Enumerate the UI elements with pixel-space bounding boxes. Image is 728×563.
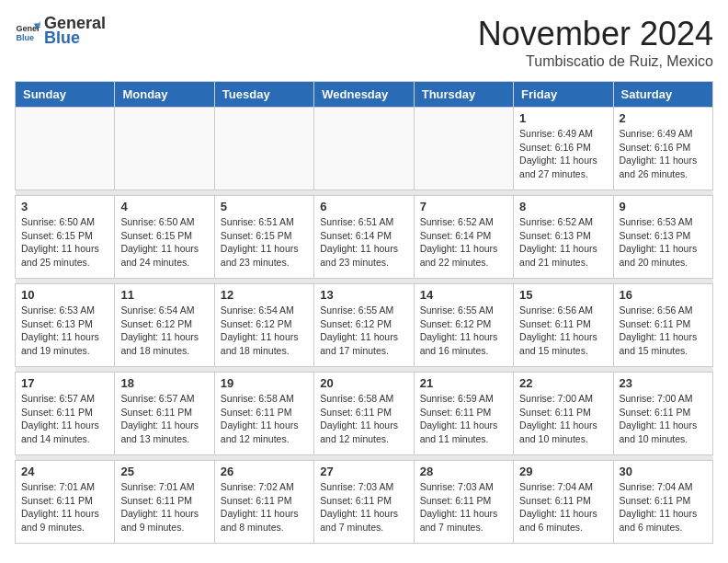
calendar-cell (214, 108, 313, 190)
day-info: Sunrise: 6:52 AM Sunset: 6:14 PM Dayligh… (420, 215, 507, 270)
calendar-cell (115, 108, 214, 190)
calendar-cell: 15Sunrise: 6:56 AM Sunset: 6:11 PM Dayli… (514, 284, 613, 367)
calendar-cell: 18Sunrise: 6:57 AM Sunset: 6:11 PM Dayli… (115, 373, 214, 455)
day-info: Sunrise: 7:02 AM Sunset: 6:11 PM Dayligh… (221, 480, 308, 534)
calendar-week-5: 24Sunrise: 7:01 AM Sunset: 6:11 PM Dayli… (16, 461, 713, 544)
day-info: Sunrise: 6:56 AM Sunset: 6:11 PM Dayligh… (620, 304, 707, 358)
col-tuesday: Tuesday (214, 82, 313, 108)
day-info: Sunrise: 7:04 AM Sunset: 6:11 PM Dayligh… (620, 480, 707, 534)
location-subtitle: Tumbiscatio de Ruiz, Mexico (478, 53, 713, 70)
calendar-cell: 21Sunrise: 6:59 AM Sunset: 6:11 PM Dayli… (414, 373, 513, 455)
day-number: 8 (519, 200, 607, 213)
calendar-cell: 8Sunrise: 6:52 AM Sunset: 6:13 PM Daylig… (514, 196, 613, 279)
calendar-cell: 14Sunrise: 6:55 AM Sunset: 6:12 PM Dayli… (414, 284, 513, 367)
calendar-cell: 17Sunrise: 6:57 AM Sunset: 6:11 PM Dayli… (16, 373, 115, 455)
day-info: Sunrise: 6:51 AM Sunset: 6:14 PM Dayligh… (320, 215, 407, 270)
day-info: Sunrise: 6:52 AM Sunset: 6:13 PM Dayligh… (519, 215, 607, 270)
day-number: 30 (620, 465, 707, 478)
day-number: 15 (519, 288, 607, 302)
day-info: Sunrise: 6:58 AM Sunset: 6:11 PM Dayligh… (221, 392, 308, 446)
day-number: 28 (420, 465, 507, 478)
calendar-cell: 23Sunrise: 7:00 AM Sunset: 6:11 PM Dayli… (613, 373, 712, 455)
day-number: 24 (21, 465, 108, 478)
col-wednesday: Wednesday (314, 82, 414, 108)
day-number: 10 (21, 288, 108, 302)
logo-icon: General Blue (15, 18, 40, 44)
day-info: Sunrise: 6:57 AM Sunset: 6:11 PM Dayligh… (21, 392, 108, 446)
day-number: 6 (320, 200, 407, 213)
day-info: Sunrise: 6:50 AM Sunset: 6:15 PM Dayligh… (21, 215, 108, 270)
calendar-cell: 10Sunrise: 6:53 AM Sunset: 6:13 PM Dayli… (16, 284, 115, 367)
day-number: 20 (320, 376, 407, 390)
calendar-cell: 13Sunrise: 6:55 AM Sunset: 6:12 PM Dayli… (314, 284, 414, 367)
day-info: Sunrise: 6:49 AM Sunset: 6:16 PM Dayligh… (620, 127, 707, 181)
calendar-cell: 4Sunrise: 6:50 AM Sunset: 6:15 PM Daylig… (115, 196, 214, 279)
calendar-cell: 25Sunrise: 7:01 AM Sunset: 6:11 PM Dayli… (115, 461, 214, 544)
calendar-cell: 26Sunrise: 7:02 AM Sunset: 6:11 PM Dayli… (214, 461, 313, 544)
day-info: Sunrise: 6:57 AM Sunset: 6:11 PM Dayligh… (120, 392, 208, 446)
calendar-cell: 3Sunrise: 6:50 AM Sunset: 6:15 PM Daylig… (16, 196, 115, 279)
calendar-cell (314, 108, 414, 190)
svg-text:Blue: Blue (16, 33, 34, 42)
day-number: 2 (620, 111, 707, 125)
calendar-cell: 7Sunrise: 6:52 AM Sunset: 6:14 PM Daylig… (414, 196, 513, 279)
month-title: November 2024 (478, 15, 713, 53)
day-number: 12 (221, 288, 308, 302)
calendar-week-2: 3Sunrise: 6:50 AM Sunset: 6:15 PM Daylig… (16, 196, 713, 279)
calendar-week-3: 10Sunrise: 6:53 AM Sunset: 6:13 PM Dayli… (16, 284, 713, 367)
day-number: 11 (120, 288, 208, 302)
day-number: 16 (620, 288, 707, 302)
day-info: Sunrise: 6:53 AM Sunset: 6:13 PM Dayligh… (620, 215, 707, 270)
day-number: 22 (519, 376, 607, 390)
day-number: 21 (420, 376, 507, 390)
calendar-table: Sunday Monday Tuesday Wednesday Thursday… (15, 81, 713, 544)
day-number: 13 (320, 288, 407, 302)
day-number: 1 (519, 111, 607, 125)
day-info: Sunrise: 7:04 AM Sunset: 6:11 PM Dayligh… (519, 480, 607, 534)
day-number: 4 (120, 200, 208, 213)
calendar-cell: 9Sunrise: 6:53 AM Sunset: 6:13 PM Daylig… (613, 196, 712, 279)
calendar-cell: 30Sunrise: 7:04 AM Sunset: 6:11 PM Dayli… (613, 461, 712, 544)
day-info: Sunrise: 7:00 AM Sunset: 6:11 PM Dayligh… (620, 392, 707, 446)
day-number: 23 (620, 376, 707, 390)
calendar-cell: 1Sunrise: 6:49 AM Sunset: 6:16 PM Daylig… (514, 108, 613, 190)
day-info: Sunrise: 6:55 AM Sunset: 6:12 PM Dayligh… (320, 304, 407, 358)
day-info: Sunrise: 6:54 AM Sunset: 6:12 PM Dayligh… (221, 304, 308, 358)
calendar-cell: 12Sunrise: 6:54 AM Sunset: 6:12 PM Dayli… (214, 284, 313, 367)
calendar-cell: 16Sunrise: 6:56 AM Sunset: 6:11 PM Dayli… (613, 284, 712, 367)
day-info: Sunrise: 7:03 AM Sunset: 6:11 PM Dayligh… (420, 480, 507, 534)
calendar-cell: 19Sunrise: 6:58 AM Sunset: 6:11 PM Dayli… (214, 373, 313, 455)
day-info: Sunrise: 6:49 AM Sunset: 6:16 PM Dayligh… (519, 127, 607, 181)
day-info: Sunrise: 7:03 AM Sunset: 6:11 PM Dayligh… (320, 480, 407, 534)
day-number: 19 (221, 376, 308, 390)
calendar-cell: 20Sunrise: 6:58 AM Sunset: 6:11 PM Dayli… (314, 373, 414, 455)
col-thursday: Thursday (414, 82, 513, 108)
day-info: Sunrise: 6:54 AM Sunset: 6:12 PM Dayligh… (120, 304, 208, 358)
day-info: Sunrise: 6:56 AM Sunset: 6:11 PM Dayligh… (519, 304, 607, 358)
day-info: Sunrise: 6:58 AM Sunset: 6:11 PM Dayligh… (320, 392, 407, 446)
calendar-header-row: Sunday Monday Tuesday Wednesday Thursday… (16, 82, 713, 108)
calendar-cell: 22Sunrise: 7:00 AM Sunset: 6:11 PM Dayli… (514, 373, 613, 455)
calendar-week-4: 17Sunrise: 6:57 AM Sunset: 6:11 PM Dayli… (16, 373, 713, 455)
logo: General Blue General Blue (15, 15, 106, 48)
day-info: Sunrise: 6:59 AM Sunset: 6:11 PM Dayligh… (420, 392, 507, 446)
day-number: 5 (221, 200, 308, 213)
calendar-cell: 6Sunrise: 6:51 AM Sunset: 6:14 PM Daylig… (314, 196, 414, 279)
title-area: November 2024 Tumbiscatio de Ruiz, Mexic… (478, 15, 713, 70)
day-number: 7 (420, 200, 507, 213)
page-header: General Blue General Blue November 2024 … (15, 15, 713, 70)
col-monday: Monday (115, 82, 214, 108)
day-info: Sunrise: 7:01 AM Sunset: 6:11 PM Dayligh… (21, 480, 108, 534)
calendar-week-1: 1Sunrise: 6:49 AM Sunset: 6:16 PM Daylig… (16, 108, 713, 190)
calendar-cell: 11Sunrise: 6:54 AM Sunset: 6:12 PM Dayli… (115, 284, 214, 367)
col-sunday: Sunday (16, 82, 115, 108)
day-info: Sunrise: 7:00 AM Sunset: 6:11 PM Dayligh… (519, 392, 607, 446)
col-saturday: Saturday (613, 82, 712, 108)
calendar-cell: 5Sunrise: 6:51 AM Sunset: 6:15 PM Daylig… (214, 196, 313, 279)
day-info: Sunrise: 6:51 AM Sunset: 6:15 PM Dayligh… (221, 215, 308, 270)
day-number: 3 (21, 200, 108, 213)
day-number: 17 (21, 376, 108, 390)
calendar-cell (16, 108, 115, 190)
day-number: 25 (120, 465, 208, 478)
calendar-cell (414, 108, 513, 190)
